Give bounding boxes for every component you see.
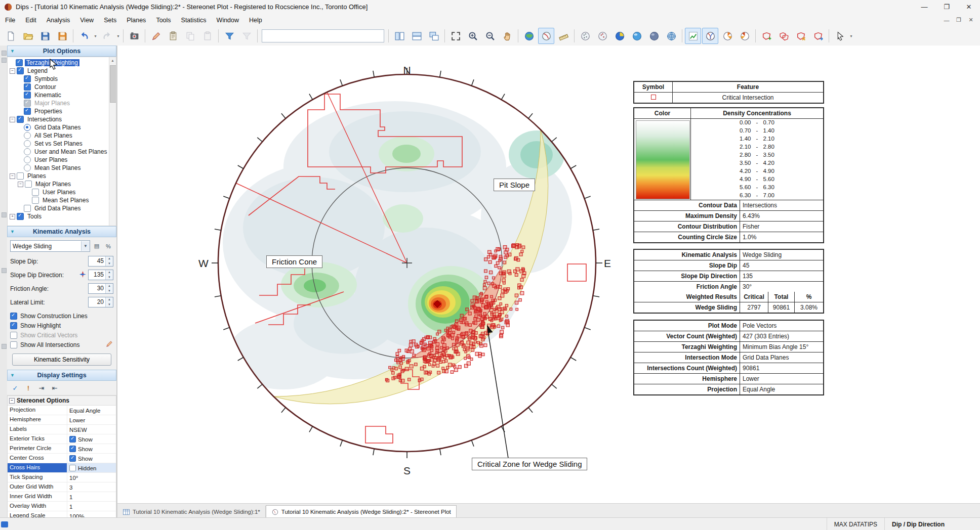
radio-icon[interactable] bbox=[24, 140, 31, 147]
tree-item-kinematic[interactable]: Kinematic bbox=[8, 91, 116, 99]
option-value[interactable]: Equal Angle bbox=[67, 406, 116, 415]
option-value[interactable]: 1 bbox=[67, 502, 116, 511]
option-value[interactable]: Show bbox=[67, 454, 116, 463]
tree-expander-icon[interactable]: − bbox=[10, 117, 15, 122]
symbol-sphere-1-icon[interactable] bbox=[577, 28, 593, 44]
stereonet-options-group[interactable]: − Stereonet Options bbox=[8, 396, 116, 406]
checkbox-icon[interactable] bbox=[10, 322, 17, 329]
menu-file[interactable]: File bbox=[0, 15, 20, 26]
max-datatips-status[interactable]: MAX DATATIPS bbox=[827, 518, 884, 530]
dock-grip-icon[interactable] bbox=[2, 344, 7, 349]
tab-stereonet-plot[interactable]: Tutorial 10 Kinematic Analysis (Wedge Sl… bbox=[266, 505, 457, 518]
tree-expander-icon[interactable]: − bbox=[10, 68, 15, 74]
menu-edit[interactable]: Edit bbox=[20, 15, 42, 26]
sphere-shaded-icon[interactable] bbox=[646, 28, 662, 44]
kinematic-analysis-header[interactable]: ▼ Kinematic Analysis bbox=[7, 226, 116, 237]
close-button[interactable]: ✕ bbox=[958, 1, 980, 14]
checkbox-icon[interactable] bbox=[17, 67, 24, 74]
friction-cone-label[interactable]: Friction Cone bbox=[266, 255, 322, 268]
query-combine-icon[interactable] bbox=[775, 28, 792, 44]
zoom-extents-icon[interactable] bbox=[447, 28, 464, 44]
radio-icon[interactable] bbox=[24, 124, 31, 131]
kinematic-sensitivity-button[interactable]: Kinematic Sensitivity bbox=[12, 354, 111, 366]
tree-expander-icon[interactable]: − bbox=[18, 182, 23, 187]
check-show-highlight[interactable]: Show Highlight bbox=[10, 321, 113, 330]
measure-icon[interactable] bbox=[555, 28, 571, 44]
maximize-button[interactable]: ❐ bbox=[935, 1, 958, 14]
export-settings-icon[interactable]: ⇥ bbox=[35, 382, 48, 393]
mdi-minimize-button[interactable]: — bbox=[941, 15, 953, 25]
spinner-arrows[interactable]: ▲▼ bbox=[105, 284, 113, 293]
tree-item-user-planes[interactable]: User Planes bbox=[8, 188, 116, 196]
tab-grid-view[interactable]: Tutorial 10 Kinematic Analysis (Wedge Sl… bbox=[117, 506, 266, 518]
weighted-rosette-view-icon[interactable] bbox=[737, 28, 753, 44]
select-caret-icon[interactable]: ▾ bbox=[848, 28, 854, 43]
chevron-down-icon[interactable]: ▼ bbox=[81, 241, 90, 251]
checkbox-icon[interactable] bbox=[24, 92, 31, 99]
tree-item-symbols[interactable]: Symbols bbox=[8, 75, 116, 83]
orientation-format-status[interactable]: Dip / Dip Direction bbox=[884, 518, 980, 530]
menu-help[interactable]: Help bbox=[244, 15, 267, 26]
tree-expander-icon[interactable]: + bbox=[10, 214, 15, 219]
dock-grip-icon[interactable] bbox=[2, 51, 7, 56]
compass-icon[interactable] bbox=[79, 271, 87, 280]
clipboard-icon[interactable] bbox=[199, 28, 216, 44]
undo-caret-icon[interactable]: ▾ bbox=[93, 28, 98, 43]
save-file-icon[interactable] bbox=[37, 28, 53, 44]
menu-tools[interactable]: Tools bbox=[151, 15, 176, 26]
tree-expander-icon[interactable]: − bbox=[10, 173, 15, 179]
tree-item-legend[interactable]: −Legend bbox=[8, 67, 116, 75]
export-file-icon[interactable] bbox=[54, 28, 70, 44]
checkbox-icon[interactable] bbox=[24, 108, 31, 115]
copy-icon[interactable] bbox=[182, 28, 198, 44]
radio-icon[interactable] bbox=[24, 148, 31, 155]
option-projection[interactable]: ProjectionEqual Angle bbox=[8, 406, 116, 415]
filter-icon[interactable] bbox=[221, 28, 237, 44]
checkbox-icon[interactable] bbox=[24, 83, 31, 91]
option-tick-spacing[interactable]: Tick Spacing10° bbox=[8, 473, 116, 482]
check-show-all-intersections[interactable]: Show All Intersections bbox=[10, 340, 113, 349]
overlay-globe-icon[interactable] bbox=[521, 28, 537, 44]
option-overlay-width[interactable]: Overlay Width1 bbox=[8, 502, 116, 511]
plane-overlay-icon[interactable] bbox=[538, 28, 554, 44]
tree-item-terzaghi-weighting[interactable]: Terzaghi Weighting bbox=[8, 59, 116, 67]
option-perimeter-circle[interactable]: Perimeter CircleShow bbox=[8, 444, 116, 454]
checkbox-icon[interactable] bbox=[17, 116, 24, 123]
dock-grip-icon[interactable] bbox=[2, 268, 7, 273]
tree-scrollbar[interactable]: ▲ bbox=[109, 57, 116, 226]
option-value[interactable]: 100% bbox=[67, 511, 116, 517]
spinner-arrows[interactable]: ▲▼ bbox=[105, 270, 113, 280]
option-labels[interactable]: LabelsNSEW bbox=[8, 425, 116, 434]
option-center-cross[interactable]: Center CrossShow bbox=[8, 454, 116, 463]
display-settings-header[interactable]: ▼ Display Settings bbox=[7, 370, 116, 381]
checkbox-icon[interactable] bbox=[24, 100, 31, 107]
filter-apply-icon[interactable] bbox=[238, 28, 255, 44]
query-export-icon[interactable] bbox=[810, 28, 826, 44]
kinematic-list-icon[interactable]: ▤ bbox=[92, 241, 102, 251]
tree-item-contour[interactable]: Contour bbox=[8, 83, 116, 91]
globe-grid-icon[interactable] bbox=[663, 28, 679, 44]
menu-analysis[interactable]: Analysis bbox=[42, 15, 75, 26]
checkbox-icon[interactable] bbox=[10, 341, 17, 348]
option-legend-scale[interactable]: Legend Scale100% bbox=[8, 511, 116, 517]
checkbox-icon[interactable] bbox=[24, 205, 31, 212]
radio-icon[interactable] bbox=[24, 164, 31, 171]
stereonet-view-icon[interactable] bbox=[702, 28, 718, 44]
radio-icon[interactable] bbox=[24, 132, 31, 139]
screen-capture-icon[interactable] bbox=[126, 28, 142, 44]
tree-item-mean-set-planes[interactable]: Mean Set Planes bbox=[8, 164, 116, 172]
checkbox-icon[interactable] bbox=[24, 75, 31, 82]
apply-icon[interactable]: ✓ bbox=[9, 382, 21, 393]
option-value[interactable]: NSEW bbox=[67, 425, 116, 434]
spinner-input[interactable]: 30▲▼ bbox=[88, 283, 113, 294]
collapse-box-icon[interactable]: − bbox=[9, 398, 15, 404]
failure-mode-select[interactable]: Wedge Sliding ▼ bbox=[10, 240, 90, 252]
checkbox-icon[interactable] bbox=[25, 181, 32, 188]
tree-item-user-planes[interactable]: User Planes bbox=[8, 156, 116, 164]
menu-planes[interactable]: Planes bbox=[121, 15, 151, 26]
tree-item-planes[interactable]: −Planes bbox=[8, 172, 116, 180]
tile-horizontal-icon[interactable] bbox=[409, 28, 425, 44]
checkbox-icon[interactable] bbox=[69, 465, 76, 471]
new-file-icon[interactable] bbox=[3, 28, 19, 44]
pit-slope-label[interactable]: Pit Slope bbox=[494, 179, 535, 191]
